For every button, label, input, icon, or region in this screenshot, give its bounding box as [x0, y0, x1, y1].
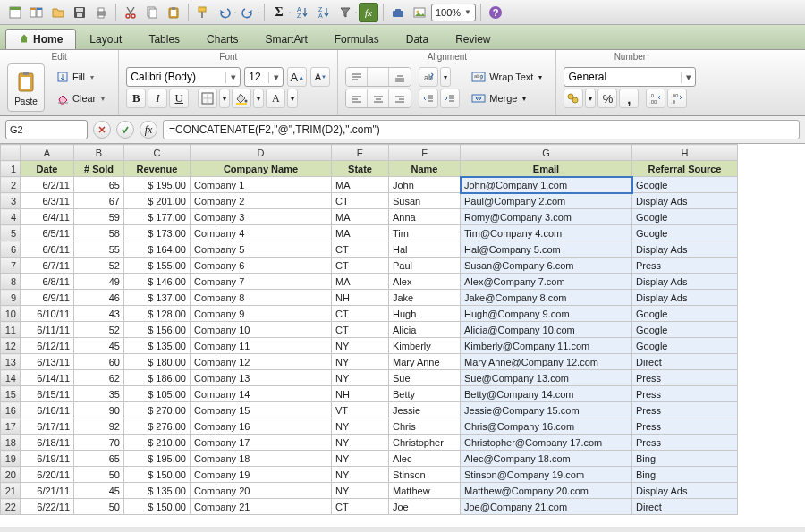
sort-desc-icon[interactable]: ZA	[314, 3, 334, 22]
align-center-icon[interactable]	[368, 89, 389, 108]
cell[interactable]: $ 156.00	[124, 322, 191, 338]
header-cell[interactable]: State	[332, 161, 389, 177]
select-all-corner[interactable]	[1, 145, 21, 161]
cell[interactable]: 70	[74, 435, 124, 451]
cell[interactable]: $ 180.00	[124, 354, 191, 370]
cell[interactable]: Stinson	[389, 467, 461, 483]
percent-button[interactable]: %	[597, 89, 617, 108]
cell[interactable]: 67	[74, 193, 124, 209]
column-header[interactable]: A	[21, 145, 74, 161]
cell[interactable]: Jake	[389, 290, 461, 306]
tab-data[interactable]: Data	[393, 29, 442, 49]
cell[interactable]: $ 186.00	[124, 370, 191, 386]
cell[interactable]: Company 4	[191, 225, 332, 241]
cell[interactable]: 6/9/11	[21, 290, 74, 306]
orientation-dropdown[interactable]: ▾	[440, 67, 451, 87]
number-format-input[interactable]	[564, 71, 681, 83]
zoom-combo[interactable]: 100%▼	[431, 4, 476, 21]
column-header[interactable]: E	[332, 145, 389, 161]
cell[interactable]: Company 7	[191, 274, 332, 290]
cell[interactable]: $ 135.00	[124, 483, 191, 499]
cell[interactable]: John@Company 1.com	[461, 177, 632, 193]
cell[interactable]: Company 14	[191, 386, 332, 402]
cell[interactable]: Company 13	[191, 370, 332, 386]
row-header[interactable]: 12	[1, 338, 21, 354]
currency-dropdown[interactable]: ▾	[585, 89, 596, 108]
cell[interactable]: Matthew@Company 20.com	[461, 483, 632, 499]
row-header[interactable]: 20	[1, 467, 21, 483]
column-header[interactable]: F	[389, 145, 461, 161]
templates-icon[interactable]	[27, 3, 47, 22]
cell[interactable]: 6/11/11	[21, 322, 74, 338]
align-bottom-icon[interactable]	[389, 68, 411, 87]
align-right-icon[interactable]	[389, 89, 411, 108]
cell[interactable]: NY	[332, 418, 389, 435]
chevron-down-icon[interactable]: ▾	[681, 72, 695, 83]
cell[interactable]: MA	[332, 177, 389, 193]
open-icon[interactable]	[48, 3, 68, 22]
cell[interactable]: Company 19	[191, 467, 332, 483]
tab-tables[interactable]: Tables	[135, 29, 193, 49]
cell[interactable]: Sue	[389, 370, 461, 386]
cell[interactable]: Alec	[389, 451, 461, 467]
redo-dropdown-icon[interactable]: ▼	[258, 12, 259, 13]
cell[interactable]: 6/5/11	[21, 225, 74, 241]
cell[interactable]: Bing	[632, 467, 738, 483]
cell[interactable]: Press	[632, 370, 738, 386]
cell[interactable]: 65	[74, 451, 124, 467]
cell[interactable]: $ 146.00	[124, 274, 191, 290]
align-left-icon[interactable]	[346, 89, 368, 108]
cell[interactable]: Hugh	[389, 306, 461, 322]
cell[interactable]: Joe	[389, 499, 461, 515]
cell[interactable]: Display Ads	[632, 274, 738, 290]
cell[interactable]: 6/4/11	[21, 209, 74, 225]
orientation-button[interactable]: ab	[419, 67, 438, 87]
header-cell[interactable]: Email	[461, 161, 632, 177]
cell[interactable]: Company 21	[191, 499, 332, 515]
cell[interactable]: 6/3/11	[21, 193, 74, 209]
cell[interactable]: 6/21/11	[21, 483, 74, 499]
cell[interactable]: NY	[332, 451, 389, 467]
redo-icon[interactable]	[238, 3, 258, 22]
cell[interactable]: Company 12	[191, 354, 332, 370]
cell[interactable]: Mary Anne	[389, 354, 461, 370]
cell[interactable]: $ 164.00	[124, 241, 191, 258]
cell[interactable]: Company 20	[191, 483, 332, 499]
align-top-icon[interactable]	[346, 68, 368, 87]
cell[interactable]: CT	[332, 193, 389, 209]
row-header[interactable]: 22	[1, 499, 21, 515]
new-workbook-icon[interactable]	[5, 3, 25, 22]
cell[interactable]: Anna	[389, 209, 461, 225]
cell[interactable]: Company 3	[191, 209, 332, 225]
cell[interactable]: Display Ads	[632, 193, 738, 209]
cell[interactable]: Susan	[389, 193, 461, 209]
cell[interactable]: Google	[632, 306, 738, 322]
cell[interactable]: Google	[632, 209, 738, 225]
row-header[interactable]: 21	[1, 483, 21, 499]
cell[interactable]: 6/8/11	[21, 274, 74, 290]
cell[interactable]: Alex@Company 7.com	[461, 274, 632, 290]
cell[interactable]: 62	[74, 370, 124, 386]
insert-function-icon[interactable]: fx	[140, 121, 157, 139]
cell[interactable]: 6/16/11	[21, 402, 74, 418]
accept-formula-icon[interactable]	[116, 121, 134, 139]
row-header[interactable]: 15	[1, 386, 21, 402]
cell[interactable]: $ 128.00	[124, 306, 191, 322]
row-header[interactable]: 2	[1, 177, 21, 193]
save-icon[interactable]	[70, 3, 89, 22]
cell[interactable]: Hal	[389, 241, 461, 258]
row-header[interactable]: 14	[1, 370, 21, 386]
cell[interactable]: Christopher	[389, 435, 461, 451]
cell[interactable]: Press	[632, 402, 738, 418]
cell[interactable]: 59	[74, 209, 124, 225]
cell[interactable]: Company 9	[191, 306, 332, 322]
cell[interactable]: Press	[632, 386, 738, 402]
cell[interactable]: 46	[74, 290, 124, 306]
cell[interactable]: Hal@Company 5.com	[461, 241, 632, 258]
align-middle-icon[interactable]	[368, 68, 389, 87]
row-header[interactable]: 9	[1, 290, 21, 306]
cell[interactable]: Company 2	[191, 193, 332, 209]
undo-icon[interactable]	[215, 3, 234, 22]
cell[interactable]: Company 17	[191, 435, 332, 451]
cell[interactable]: 55	[74, 241, 124, 258]
